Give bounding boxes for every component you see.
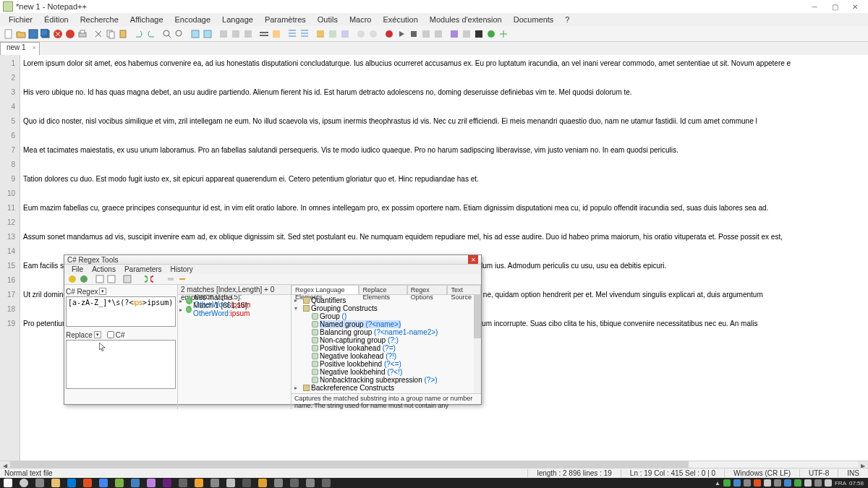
taskbar-app-icon[interactable] — [159, 478, 175, 488]
tool-icon[interactable] — [448, 28, 460, 40]
tool-icon[interactable] — [177, 274, 187, 284]
cut-icon[interactable] — [93, 28, 104, 40]
menu-item[interactable]: Fichier — [3, 14, 38, 25]
match-row[interactable]: ▸Match 1 [661,15]: OtherWord:ipsum — [179, 305, 289, 314]
matches-tree[interactable]: ▸Match 0 [0,15]: OtherWord:ipsum▸Match 1… — [178, 295, 291, 409]
menu-item[interactable]: Langage — [216, 14, 259, 25]
taskbar-app-icon[interactable] — [80, 478, 95, 488]
tool-icon[interactable] — [485, 28, 497, 40]
taskbar-app-icon[interactable] — [207, 478, 223, 488]
right-tab[interactable]: Regex Options — [407, 285, 448, 294]
open-file-icon[interactable] — [15, 28, 27, 40]
close-button[interactable]: ✕ — [849, 1, 861, 12]
tray-icon[interactable] — [723, 479, 731, 487]
menu-item[interactable]: Édition — [38, 14, 75, 25]
taskbar-app-icon[interactable] — [318, 478, 334, 488]
save-icon[interactable] — [27, 28, 39, 40]
tool-icon[interactable] — [79, 274, 89, 284]
tray-icon[interactable] — [774, 479, 781, 487]
tool-icon[interactable] — [95, 274, 105, 284]
tree-row[interactable]: Positive lookahead (?=) — [294, 344, 478, 352]
tool-icon[interactable] — [150, 274, 160, 284]
tool-icon[interactable] — [166, 274, 176, 284]
tool-icon[interactable] — [367, 28, 379, 40]
taskbar-app-icon[interactable] — [191, 478, 207, 488]
tool-icon[interactable] — [138, 274, 148, 284]
close-file-icon[interactable] — [52, 28, 64, 40]
tree-row[interactable]: Named group (?<name>) — [294, 320, 478, 328]
elements-tree[interactable]: ▸Quantifiers▾Grouping ConstructsGroup ()… — [292, 295, 481, 393]
maximize-button[interactable]: ▢ — [829, 1, 841, 12]
indent-icon[interactable] — [286, 28, 298, 40]
tray-icon[interactable]: ▲ — [715, 480, 720, 487]
tool-icon[interactable] — [498, 28, 509, 40]
tool-icon[interactable] — [315, 28, 326, 40]
menu-item[interactable]: Recherche — [75, 14, 124, 25]
start-button[interactable] — [0, 478, 16, 488]
taskbar-app-icon[interactable] — [239, 478, 255, 488]
replace-icon[interactable] — [174, 28, 185, 40]
tool-icon[interactable] — [106, 274, 116, 284]
menu-item[interactable]: Encodage — [169, 14, 217, 25]
outdent-icon[interactable] — [299, 28, 310, 40]
find-icon[interactable] — [161, 28, 173, 40]
tray-icon[interactable] — [754, 479, 761, 487]
taskbar-time[interactable]: 07:58 — [849, 480, 864, 487]
menu-item[interactable]: Documents — [508, 14, 560, 25]
tab-close-icon[interactable]: × — [32, 44, 35, 51]
dialog-titlebar[interactable]: C# Regex Tools ✕ — [64, 255, 481, 265]
right-tab[interactable]: Replace Elements — [359, 285, 407, 294]
dialog-menu-item[interactable]: File — [67, 265, 88, 274]
taskbar-app-icon[interactable] — [271, 478, 286, 488]
menu-item[interactable]: Macro — [344, 14, 378, 25]
record-icon[interactable] — [383, 28, 395, 40]
play-icon[interactable] — [396, 28, 407, 40]
dialog-menu-item[interactable]: Actions — [88, 265, 120, 274]
tool-icon[interactable] — [473, 28, 485, 40]
tool-icon[interactable] — [242, 28, 254, 40]
taskbar-app-icon[interactable] — [111, 478, 127, 488]
tool-icon[interactable] — [271, 28, 282, 40]
print-icon[interactable] — [77, 28, 88, 40]
menu-item[interactable]: Exécution — [377, 14, 423, 25]
taskbar-app-icon[interactable] — [255, 478, 271, 488]
tree-row[interactable]: ▸Backreference Constructs — [294, 384, 478, 392]
paste-icon[interactable] — [117, 28, 129, 40]
menu-item[interactable]: Paramètres — [259, 14, 312, 25]
replace-input[interactable] — [66, 340, 176, 389]
tool-icon[interactable] — [339, 28, 351, 40]
tool-icon[interactable] — [122, 274, 132, 284]
tray-icon[interactable] — [825, 479, 832, 487]
tree-row[interactable]: Nonbacktracking subexpression (?>) — [294, 376, 478, 384]
dropdown-icon[interactable]: ▾ — [94, 331, 101, 338]
menu-item[interactable]: Affichage — [124, 14, 169, 25]
tool-icon[interactable] — [230, 28, 242, 40]
minimize-button[interactable]: ─ — [809, 1, 820, 12]
menu-item[interactable]: ? — [559, 14, 575, 25]
taskview-icon[interactable] — [32, 478, 48, 488]
tree-row[interactable]: Negative lookbehind (?<!) — [294, 368, 478, 376]
tool-icon[interactable] — [461, 28, 472, 40]
tool-icon[interactable] — [218, 28, 229, 40]
new-file-icon[interactable] — [3, 28, 14, 40]
tree-row[interactable]: Negative lookahead (?!) — [294, 352, 478, 360]
tool-icon[interactable] — [433, 28, 444, 40]
tool-icon[interactable] — [355, 28, 367, 40]
tree-row[interactable]: Group () — [294, 312, 478, 320]
editor-tab[interactable]: new 1 × — [0, 42, 40, 55]
taskbar-lang[interactable]: FRA — [835, 480, 846, 487]
tray-icon[interactable] — [804, 479, 812, 487]
taskbar-app-icon[interactable] — [95, 478, 111, 488]
tree-row[interactable]: Balancing group (?<name1-name2>) — [294, 328, 478, 336]
tree-scrollbar[interactable] — [474, 295, 481, 393]
tool-icon[interactable] — [420, 28, 432, 40]
tray-icon[interactable] — [814, 479, 822, 487]
zoom-out-icon[interactable] — [202, 28, 213, 40]
tree-row[interactable]: ▾Grouping Constructs — [294, 304, 478, 312]
tree-row[interactable]: ▸Quantifiers — [294, 296, 478, 304]
taskbar-app-icon[interactable] — [48, 478, 64, 488]
save-all-icon[interactable] — [40, 28, 51, 40]
tree-row[interactable]: Positive lookbehind (?<=) — [294, 360, 478, 368]
close-all-icon[interactable] — [64, 28, 76, 40]
taskbar-app-icon[interactable] — [302, 478, 318, 488]
